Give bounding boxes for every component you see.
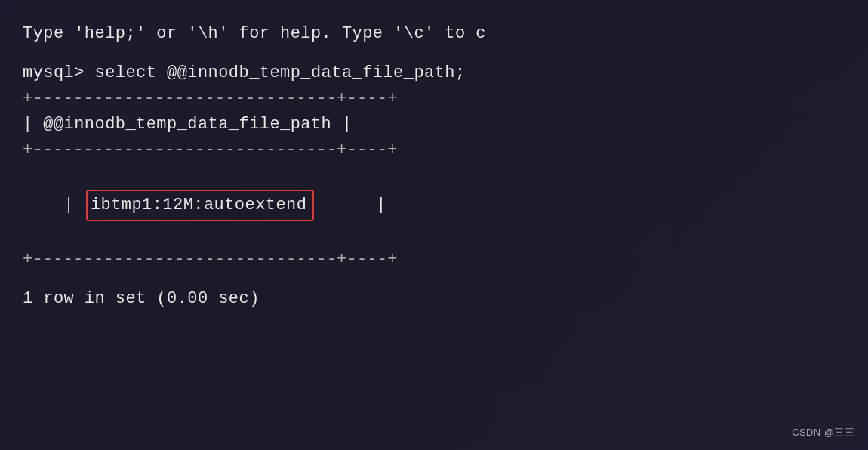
pipe-left: | [64, 196, 85, 214]
terminal-window: Type 'help;' or '\h' for help. Type '\c'… [0, 0, 868, 450]
watermark: CSDN @三三 [792, 426, 854, 439]
dashed-bot: +------------------------------+----+ [23, 247, 845, 273]
data-value: ibtmp1:12M:autoextend [86, 190, 315, 221]
dashed-mid: +------------------------------+----+ [23, 137, 845, 163]
dashed-top: +------------------------------+----+ [23, 86, 845, 112]
query-line: mysql> select @@innodb_temp_data_file_pa… [23, 60, 845, 86]
result-line: 1 row in set (0.00 sec) [23, 286, 845, 312]
header-row: | @@innodb_temp_data_file_path | [23, 112, 845, 137]
data-row: | ibtmp1:12M:autoextend | [23, 163, 845, 246]
help-line: Type 'help;' or '\h' for help. Type '\c'… [23, 21, 845, 47]
pipe-right: | [314, 196, 386, 214]
